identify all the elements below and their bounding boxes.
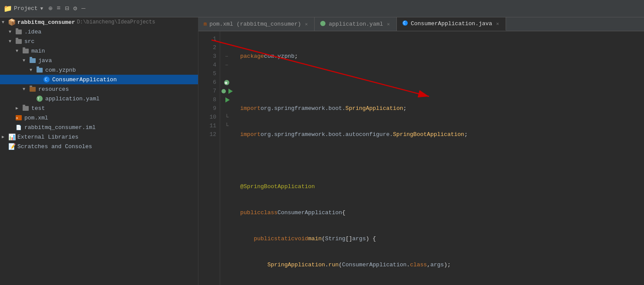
sidebar-item-scratches[interactable]: 📝 Scratches and Consoles <box>0 142 198 151</box>
src-label: src <box>24 38 34 45</box>
java-file-icon: C <box>43 76 50 83</box>
arrow-test <box>16 106 22 111</box>
tab-pom-xml[interactable]: m pom.xml (rabbitmq_consumer) ✕ <box>198 17 315 31</box>
tab-pom-icon: m <box>204 21 207 27</box>
fold-close-11: └ <box>225 123 228 129</box>
code-line-5 <box>240 156 644 165</box>
expand-all-icon[interactable]: ⊟ <box>65 4 69 13</box>
spring-bean-icon-6: ◉ <box>224 80 230 86</box>
gutter: ─ ─ ◉ <box>220 31 233 285</box>
spring-bean-icon-7[interactable] <box>221 89 226 94</box>
fold-icon-3: ─ <box>225 54 228 59</box>
yaml-icon: Y <box>36 95 44 103</box>
svg-text:C: C <box>403 21 406 25</box>
folder-icon-java <box>29 56 37 64</box>
idea-label: .idea <box>24 29 41 35</box>
code-container[interactable]: 1 2 3 4 5 6 7 8 9 10 11 12 ─ <box>198 31 644 285</box>
sidebar-item-src[interactable]: src <box>0 36 198 46</box>
tab-pom-close[interactable]: ✕ <box>304 21 309 27</box>
code-line-4: import org.springframework.boot.autoconf… <box>240 130 644 139</box>
external-icon: 📊 <box>8 133 16 141</box>
sidebar-item-resources[interactable]: resources <box>0 84 198 94</box>
fold-icon-4: ─ <box>225 63 228 68</box>
fold-close-10: └ <box>225 114 228 120</box>
tab-yaml-icon <box>320 20 326 28</box>
folder-icon-src <box>15 37 23 45</box>
toolbar-icons: ⊕ ≡ ⊟ ⚙ — <box>48 4 85 13</box>
sidebar-item-com-yzpnb[interactable]: com.yzpnb <box>0 65 198 75</box>
sidebar-item-test[interactable]: test <box>0 103 198 113</box>
folder-icon-test <box>22 104 30 112</box>
arrow-main <box>16 49 22 53</box>
svg-point-6 <box>320 21 325 26</box>
top-bar: 📁 Project ▼ ⊕ ≡ ⊟ ⚙ — <box>0 0 644 17</box>
folder-icon-resources <box>29 85 37 93</box>
svg-point-11 <box>221 89 226 93</box>
arrow-idea <box>9 30 15 34</box>
project-name: rabbitmq_consumer <box>17 19 75 26</box>
arrow-java <box>23 58 29 63</box>
pom-xml-label: pom.xml <box>24 115 48 121</box>
sidebar-item-main[interactable]: main <box>0 46 198 56</box>
project-title-text: Project <box>14 5 38 12</box>
sidebar-item-iml[interactable]: 📄 rabbitmq_consumer.iml <box>0 123 198 132</box>
run-button-8[interactable] <box>225 97 230 103</box>
resources-label: resources <box>38 86 69 93</box>
add-icon[interactable]: ⊕ <box>48 4 52 13</box>
code-line-8: public static void main(String[] args) { <box>240 235 644 243</box>
tab-consumer-application[interactable]: C ConsumerApplication.java ✕ <box>397 17 506 31</box>
scratches-label: Scratches and Consoles <box>17 143 92 150</box>
main-label: main <box>31 48 45 54</box>
code-content[interactable]: package com.yzpnb; import org.springfram… <box>233 31 644 285</box>
tab-java-label: ConsumerApplication.java <box>411 20 492 27</box>
folder-icon-com-yzpnb <box>36 66 44 74</box>
consumer-application-label: ConsumerApplication <box>52 76 117 83</box>
minimize-icon[interactable]: — <box>81 5 85 12</box>
sidebar-item-external-libraries[interactable]: 📊 External Libraries <box>0 132 198 142</box>
tab-application-yaml[interactable]: application.yaml ✕ <box>315 17 396 31</box>
code-line-1: package com.yzpnb; <box>240 52 644 61</box>
code-line-3: import org.springframework.boot.SpringAp… <box>240 104 644 113</box>
sidebar-item-consumer-application[interactable]: C ConsumerApplication <box>0 75 198 84</box>
collapse-all-icon[interactable]: ≡ <box>57 5 60 12</box>
arrow-resources <box>23 87 29 92</box>
sidebar-item-pom-xml[interactable]: m pom.xml <box>0 113 198 123</box>
folder-icon-main <box>22 47 30 55</box>
project-icon: 📁 <box>3 4 12 13</box>
settings-icon[interactable]: ⚙ <box>73 4 77 13</box>
code-line-7: public class ConsumerApplication { <box>240 209 644 217</box>
dropdown-arrow[interactable]: ▼ <box>40 6 44 11</box>
run-button-7[interactable] <box>228 89 233 94</box>
folder-icon-idea <box>15 28 23 36</box>
com-yzpnb-label: com.yzpnb <box>45 67 76 73</box>
tab-yaml-label: application.yaml <box>329 21 383 27</box>
arrow-external <box>2 134 8 139</box>
sidebar-item-rabbitmq_consumer[interactable]: 📦 rabbitmq_consumer D:\biancheng\IdeaPro… <box>0 17 198 27</box>
project-icon: 📦 <box>8 18 16 26</box>
arrow-src <box>9 39 15 44</box>
code-line-6: @SpringBootApplication <box>240 182 644 191</box>
tab-java-icon: C <box>402 20 408 28</box>
java-label: java <box>38 57 52 64</box>
sidebar-item-idea[interactable]: .idea <box>0 27 198 36</box>
test-label: test <box>31 105 45 112</box>
tab-pom-label: pom.xml (rabbitmq_consumer) <box>209 21 301 27</box>
iml-label: rabbitmq_consumer.iml <box>24 124 96 131</box>
xml-icon: m <box>15 114 23 122</box>
tab-java-close[interactable]: ✕ <box>495 20 500 27</box>
external-libraries-label: External Libraries <box>17 134 78 140</box>
sidebar-item-java[interactable]: java <box>0 56 198 65</box>
sidebar-item-application-yaml[interactable]: Y application.yaml <box>0 94 198 103</box>
iml-icon: 📄 <box>15 123 23 131</box>
editor-area: m pom.xml (rabbitmq_consumer) ✕ applicat… <box>198 17 644 285</box>
svg-text:C: C <box>45 77 47 82</box>
tabs-bar: m pom.xml (rabbitmq_consumer) ✕ applicat… <box>198 17 644 31</box>
scratch-icon: 📝 <box>8 142 16 150</box>
svg-text:◉: ◉ <box>225 81 228 85</box>
arrow-com-yzpnb <box>30 68 36 73</box>
tab-yaml-close[interactable]: ✕ <box>386 21 391 27</box>
application-yaml-label: application.yaml <box>45 96 100 102</box>
project-path: D:\biancheng\IdeaProjects <box>77 19 155 25</box>
main-layout: 📦 rabbitmq_consumer D:\biancheng\IdeaPro… <box>0 17 644 285</box>
arrow-rabbitmq_consumer <box>2 20 8 25</box>
